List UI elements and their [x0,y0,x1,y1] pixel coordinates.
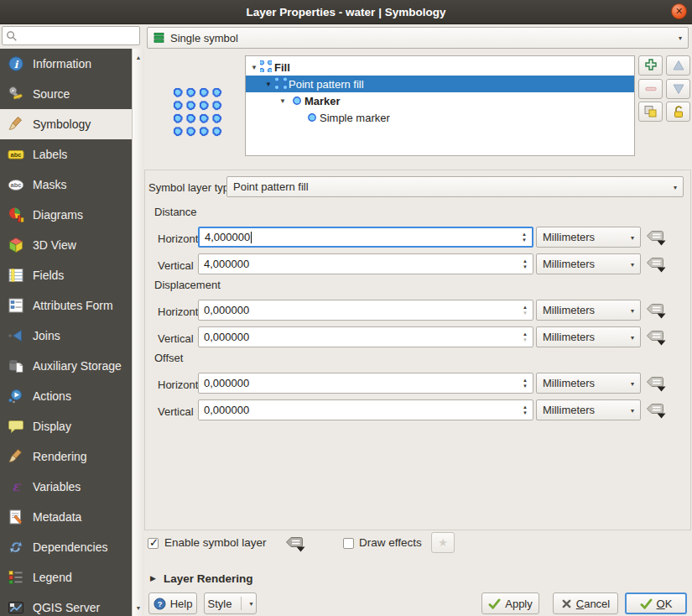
plus-icon [643,59,659,72]
tree-row-simple-marker[interactable]: Simple marker [246,109,634,126]
distance-vertical-unit-combo[interactable]: Millimeters ▾ [536,253,641,274]
tree-row-fill[interactable]: ▼ Fill [246,59,634,76]
sidebar-item-variables[interactable]: ε Variables [0,472,132,502]
enable-symbol-layer-override-button[interactable] [283,534,308,554]
expand-arrow-icon[interactable]: ▼ [279,97,286,105]
tree-row-point-pattern-fill[interactable]: ▼ Point pattern fill [246,76,634,92]
sidebar-item-qgis-server[interactable]: QGIS Server [0,593,132,616]
symbol-layer-type-combo[interactable]: Point pattern fill ▾ [226,176,684,197]
layer-properties-dialog: Layer Properties - water | Symbology ✕ S… [0,0,692,616]
draw-effects-checkbox[interactable] [343,538,354,549]
spin-down-icon[interactable]: ▼ [523,384,528,389]
chevron-down-icon: ▾ [631,306,634,314]
displacement-horizontal-unit-combo[interactable]: Millimeters ▾ [536,300,641,321]
offset-horizontal-unit-combo[interactable]: Millimeters ▾ [536,373,641,394]
sidebar-item-legend[interactable]: Legend [0,562,132,593]
sidebar-scrollbar[interactable]: ▲ ▼ [132,49,144,616]
enable-symbol-layer-checkbox[interactable] [148,538,159,549]
sidebar-item-dependencies[interactable]: Dependencies [0,532,132,562]
cancel-button[interactable]: Cancel [553,593,618,614]
sidebar-item-symbology[interactable]: Symbology [0,109,132,139]
ok-button[interactable]: OK [625,593,687,614]
sidebar-item-label: QGIS Server [33,601,100,614]
sidebar-item-display[interactable]: Display [0,411,132,441]
distance-vertical-input[interactable]: 4,000000 ▲▼ [198,253,533,274]
offset-horizontal-input[interactable]: 0,000000 ▲▼ [198,373,533,394]
sidebar-item-fields[interactable]: Fields [0,260,132,290]
unit-value: Millimeters [543,331,595,343]
sidebar-item-source[interactable]: Source [0,79,132,109]
spinner-buttons[interactable]: ▲▼ [519,373,531,393]
symbol-layer-type-label: Symbol layer type [148,181,235,194]
layer-rendering-expand-icon[interactable]: ▶ [150,574,156,582]
customize-effects-button[interactable]: ★ [431,532,455,553]
spinner-buttons[interactable]: ▲▼ [518,228,530,246]
style-button[interactable]: Style ▾ [204,593,257,614]
spinner-buttons[interactable]: ▲▼ [519,400,531,420]
sidebar-item-auxiliary-storage[interactable]: Auxiliary Storage [0,351,132,381]
spin-down-icon[interactable]: ▼ [523,264,528,269]
apply-button[interactable]: Apply [481,593,539,614]
displacement-section-label: Displacement [154,279,221,291]
expand-arrow-icon[interactable]: ▼ [251,64,258,71]
spinner-buttons[interactable]: ▲▼ [519,300,531,320]
search-input[interactable] [2,26,140,45]
sidebar-item-labels[interactable]: abc Labels [0,139,132,170]
diagrams-icon [8,206,24,223]
spinner-buttons[interactable]: ▲▼ [519,327,531,347]
sidebar-item-joins[interactable]: Joins [0,321,132,351]
spin-down-icon[interactable]: ▼ [523,337,528,342]
spin-down-icon[interactable]: ▼ [522,238,527,243]
displacement-vertical-override-button[interactable] [643,327,669,347]
spin-up-icon[interactable]: ▲ [523,405,528,410]
help-button[interactable]: ? Help [148,593,197,614]
distance-horizontal-unit-combo[interactable]: Millimeters ▾ [536,227,641,248]
layer-rendering-label[interactable]: Layer Rendering [164,572,253,585]
expand-arrow-icon[interactable]: ▼ [265,81,272,88]
spin-up-icon[interactable]: ▲ [523,331,528,337]
spin-up-icon[interactable]: ▲ [523,258,528,264]
divider [241,597,242,610]
scroll-up-icon[interactable]: ▲ [133,50,144,64]
offset-vertical-unit-combo[interactable]: Millimeters ▾ [536,399,641,420]
distance-horizontal-override-button[interactable] [643,227,669,248]
scroll-down-icon[interactable]: ▼ [133,601,144,614]
spinner-buttons[interactable]: ▲▼ [519,254,531,274]
distance-vertical-override-button[interactable] [643,254,669,274]
spin-up-icon[interactable]: ▲ [522,232,527,237]
offset-horizontal-override-button[interactable] [643,373,669,394]
distance-horizontal-input[interactable]: 4,000000 ▲▼ [198,227,533,248]
spin-down-icon[interactable]: ▼ [523,410,528,415]
displacement-vertical-input[interactable]: 0,000000 ▲▼ [198,326,533,347]
sidebar-item-diagrams[interactable]: Diagrams [0,200,132,230]
move-up-button[interactable] [666,55,690,76]
lock-color-button[interactable] [666,102,690,122]
svg-text:ε: ε [12,478,21,494]
sidebar-item-3d-view[interactable]: 3D View [0,230,132,260]
spin-up-icon[interactable]: ▲ [523,378,528,383]
sidebar-item-attributes-form[interactable]: Attributes Form [0,290,132,321]
renderer-type-combo[interactable]: Single symbol ▾ [147,27,689,49]
auxiliary-storage-icon [8,358,24,374]
sidebar-item-masks[interactable]: abc Masks [0,170,132,200]
add-symbol-layer-button[interactable] [638,55,663,76]
sidebar-item-rendering[interactable]: Rendering [0,441,132,472]
remove-symbol-layer-button[interactable] [638,79,663,99]
close-button[interactable]: ✕ [671,3,687,19]
displacement-vertical-unit-combo[interactable]: Millimeters ▾ [536,326,641,347]
move-down-button[interactable] [666,79,690,99]
tree-row-label: Fill [274,61,290,74]
sidebar-item-actions[interactable]: Actions [0,381,132,411]
duplicate-symbol-layer-button[interactable] [638,102,663,122]
displacement-horizontal-override-button[interactable] [643,300,669,321]
offset-vertical-override-button[interactable] [643,400,669,420]
offset-vertical-label: Vertical [158,405,194,418]
offset-vertical-input[interactable]: 0,000000 ▲▼ [198,399,533,420]
sidebar-item-information[interactable]: i Information [0,49,132,79]
input-value: 0,000000 [199,331,249,343]
spin-down-icon[interactable]: ▼ [523,311,528,316]
spin-up-icon[interactable]: ▲ [523,305,528,310]
tree-row-marker[interactable]: ▼ Marker [246,92,634,109]
sidebar-item-metadata[interactable]: Metadata [0,502,132,532]
displacement-horizontal-input[interactable]: 0,000000 ▲▼ [198,300,533,321]
